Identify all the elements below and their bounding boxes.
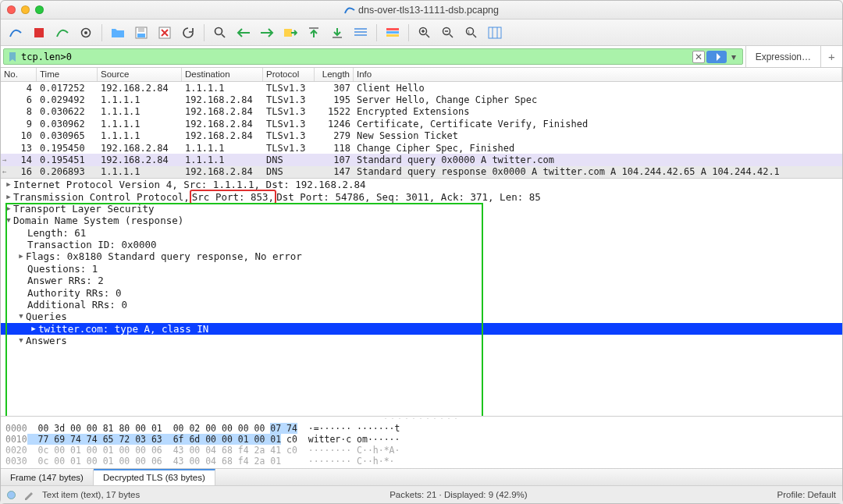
tree-dns-txid[interactable]: Transaction ID: 0x0000	[1, 239, 842, 250]
arrow-up-bar-icon	[308, 27, 320, 39]
packet-row[interactable]: →140.195451192.168.2.841.1.1.1DNS107Stan…	[1, 154, 842, 165]
packet-details-pane[interactable]: ▶Internet Protocol Version 4, Src: 1.1.1…	[1, 179, 842, 417]
status-packets: Packets: 21 · Displayed: 9 (42.9%)	[389, 490, 527, 499]
packet-list-pane[interactable]: No. Time Source Destination Protocol Len…	[1, 68, 842, 179]
col-proto[interactable]: Protocol	[263, 68, 315, 81]
app-window: { "window": { "title": "dns-over-tls13-1…	[0, 0, 843, 504]
reload-button[interactable]	[178, 23, 198, 43]
gear-icon	[80, 27, 92, 39]
tree-dns[interactable]: ▼Domain Name System (response)	[1, 215, 842, 226]
zoom-reset-button[interactable]: 1	[461, 23, 482, 43]
arrow-down-bar-icon	[331, 27, 343, 39]
open-file-button[interactable]	[108, 23, 128, 43]
tree-dns-answers[interactable]: ▼Answers	[1, 335, 842, 346]
display-filter-field[interactable]: ✕ ▾	[3, 48, 743, 65]
bytes-tabs: Frame (147 bytes) Decrypted TLS (63 byte…	[1, 469, 842, 486]
col-src[interactable]: Source	[98, 68, 182, 81]
arrow-right-icon	[260, 27, 274, 38]
titlebar: dns-over-tls13-1111-dsb.pcapng	[1, 1, 842, 20]
save-file-button[interactable]	[131, 23, 151, 43]
go-last-button[interactable]	[327, 23, 347, 43]
go-to-packet-button[interactable]	[280, 23, 301, 43]
search-icon	[214, 27, 226, 39]
svg-point-7	[215, 27, 222, 34]
status-profile[interactable]: Profile: Default	[777, 490, 836, 499]
apply-filter-button[interactable]	[706, 51, 727, 63]
svg-rect-18	[489, 27, 501, 38]
resize-columns-button[interactable]	[485, 23, 505, 43]
close-file-icon	[158, 27, 171, 39]
svg-rect-8	[284, 29, 292, 37]
packet-list-header[interactable]: No. Time Source Destination Protocol Len…	[1, 68, 842, 82]
colorize-button[interactable]	[382, 23, 403, 43]
autoscroll-icon	[354, 27, 368, 38]
col-time[interactable]: Time	[37, 68, 98, 81]
tree-dns-answer-rrs[interactable]: Answer RRs: 2	[1, 275, 842, 286]
filter-history-dropdown[interactable]: ▾	[728, 51, 739, 62]
tree-dns-queries[interactable]: ▼Queries	[1, 311, 842, 322]
svg-rect-12	[386, 31, 399, 34]
find-packet-button[interactable]	[210, 23, 230, 43]
tree-dns-additional-rrs[interactable]: Additional RRs: 0	[1, 299, 842, 311]
expert-info-button[interactable]	[7, 491, 16, 499]
packet-row[interactable]: 130.195450192.168.2.841.1.1.1TLSv1.3118C…	[1, 142, 842, 154]
tcp-src-port-highlight: Src Port: 853,	[190, 190, 276, 204]
zoom-in-icon	[418, 27, 431, 39]
col-no[interactable]: No.	[1, 68, 37, 81]
folder-icon	[111, 27, 125, 38]
zoom-in-button[interactable]	[414, 23, 435, 43]
tree-dns-query-twitter[interactable]: ▶twitter.com: type A, class IN	[1, 323, 842, 335]
zoom-out-icon	[442, 27, 454, 39]
restart-capture-button[interactable]	[52, 23, 73, 43]
svg-point-2	[84, 31, 87, 34]
stop-icon	[33, 27, 45, 39]
display-filter-bar: ✕ ▾ Expression… +	[1, 46, 842, 68]
go-first-button[interactable]	[304, 23, 324, 43]
tree-dns-length[interactable]: Length: 61	[1, 227, 842, 239]
svg-rect-5	[138, 28, 144, 32]
tree-dns-flags[interactable]: ▶Flags: 0x8180 Standard query response, …	[1, 250, 842, 262]
tree-ip[interactable]: ▶Internet Protocol Version 4, Src: 1.1.1…	[1, 179, 842, 190]
packet-bytes-pane[interactable]: 0000 00 3d 00 00 81 80 00 01 00 02 00 00…	[1, 421, 842, 469]
edit-icon[interactable]	[23, 489, 34, 500]
tree-dns-questions[interactable]: Questions: 1	[1, 263, 842, 275]
save-icon	[135, 27, 148, 39]
colorize-icon	[386, 27, 400, 38]
packet-row[interactable]: 60.0294921.1.1.1192.168.2.84TLSv1.3195Se…	[1, 94, 842, 105]
tree-tls[interactable]: ▶Transport Layer Security	[1, 203, 842, 215]
tree-dns-authority-rrs[interactable]: Authority RRs: 0	[1, 287, 842, 299]
packet-row[interactable]: 100.0309651.1.1.1192.168.2.84TLSv1.3279N…	[1, 130, 842, 142]
display-filter-input[interactable]	[21, 51, 689, 62]
capture-options-button[interactable]	[76, 23, 96, 43]
packet-row[interactable]: 90.0309621.1.1.1192.168.2.84TLSv1.31246C…	[1, 118, 842, 130]
tab-decrypted-tls[interactable]: Decrypted TLS (63 bytes)	[94, 469, 215, 485]
expression-button[interactable]: Expression…	[745, 46, 820, 67]
packet-row[interactable]: 80.0306221.1.1.1192.168.2.84TLSv1.31522E…	[1, 106, 842, 118]
col-len[interactable]: Length	[315, 68, 354, 81]
add-filter-button[interactable]: +	[820, 46, 842, 67]
clear-filter-button[interactable]: ✕	[692, 51, 705, 63]
packet-row[interactable]: ←160.2068931.1.1.1192.168.2.84DNS147Stan…	[1, 166, 842, 178]
svg-text:1: 1	[468, 29, 471, 34]
status-bar: Text item (text), 17 bytes Packets: 21 ·…	[1, 486, 842, 503]
minimize-window-button[interactable]	[21, 5, 30, 14]
bookmark-icon	[7, 51, 18, 62]
zoom-reset-icon: 1	[465, 27, 478, 39]
stop-capture-button[interactable]	[29, 23, 49, 43]
tree-tcp[interactable]: ▶Transmission Control Protocol, Src Port…	[1, 191, 842, 203]
status-left-text: Text item (text), 17 bytes	[42, 490, 140, 499]
col-dst[interactable]: Destination	[182, 68, 263, 81]
packet-row[interactable]: 40.017252192.168.2.841.1.1.1TLSv1.3307Cl…	[1, 82, 842, 94]
zoom-window-button[interactable]	[35, 5, 44, 14]
go-back-button[interactable]	[233, 23, 254, 43]
start-capture-button[interactable]	[5, 23, 26, 43]
go-forward-button[interactable]	[257, 23, 277, 43]
zoom-out-button[interactable]	[438, 23, 458, 43]
goto-icon	[283, 27, 297, 39]
auto-scroll-button[interactable]	[350, 23, 371, 43]
close-file-button[interactable]	[155, 23, 175, 43]
close-window-button[interactable]	[7, 5, 16, 14]
col-info[interactable]: Info	[354, 68, 842, 81]
arrow-left-icon	[237, 27, 251, 38]
tab-frame[interactable]: Frame (147 bytes)	[1, 469, 94, 485]
